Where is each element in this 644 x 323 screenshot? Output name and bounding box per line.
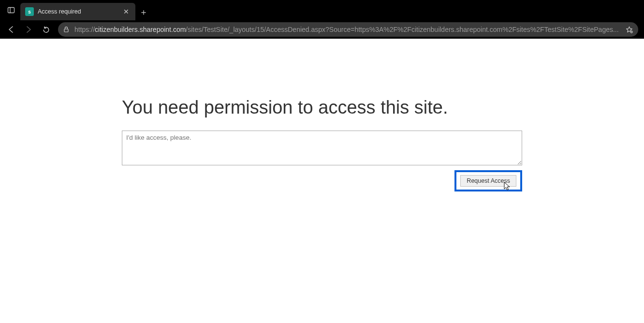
refresh-button[interactable] [38, 22, 54, 37]
sharepoint-favicon: s [25, 7, 34, 16]
new-tab-button[interactable]: ＋ [135, 4, 152, 20]
url-text: https://citizenbuilders.sharepoint.com/s… [74, 26, 620, 33]
svg-rect-2 [64, 29, 68, 32]
lock-icon [63, 26, 70, 33]
back-button[interactable] [3, 22, 19, 37]
tab-title: Access required [38, 8, 118, 15]
browser-tab[interactable]: s Access required ✕ [20, 3, 135, 20]
close-tab-icon[interactable]: ✕ [122, 8, 131, 15]
access-message-input[interactable] [122, 131, 522, 165]
page-heading: You need permission to access this site. [122, 97, 522, 119]
request-access-button[interactable]: Request Access [460, 175, 516, 187]
favorite-icon[interactable] [625, 26, 633, 34]
highlight-annotation: Request Access [454, 170, 522, 191]
svg-rect-0 [8, 8, 15, 13]
tab-actions-button[interactable] [4, 3, 18, 17]
forward-button[interactable] [20, 22, 37, 37]
page-content: You need permission to access this site.… [0, 39, 644, 323]
address-bar[interactable]: https://citizenbuilders.sharepoint.com/s… [58, 22, 638, 37]
